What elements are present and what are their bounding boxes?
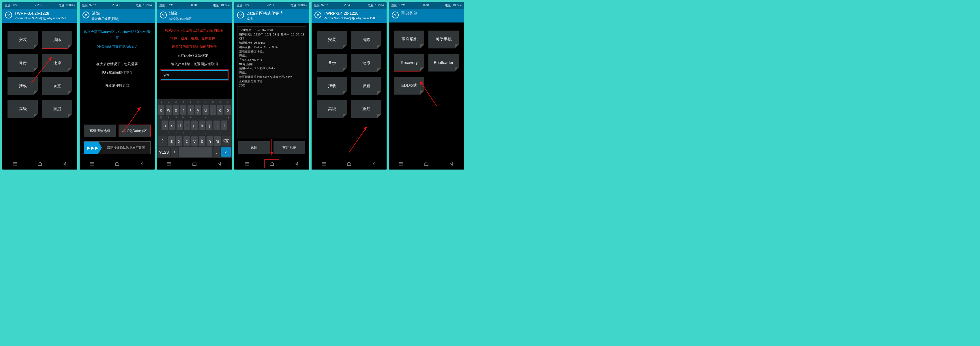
- bootloader-tile[interactable]: Bootloader: [428, 54, 459, 71]
- format-warn-3: 以及对内置存储所做的加密等: [157, 44, 232, 52]
- tile-advanced[interactable]: 高级: [317, 100, 347, 118]
- format-warn-2: 软件、图片、视频、媒体文件，: [157, 35, 232, 44]
- key-e[interactable]: e: [173, 105, 179, 115]
- tile-install[interactable]: 安装: [8, 31, 38, 49]
- wipe-info-5: 按取消按钮返回: [80, 82, 154, 90]
- reboot-system-tile[interactable]: 重启系统: [394, 30, 424, 48]
- tile-mount[interactable]: 挂载: [317, 77, 347, 95]
- tile-backup[interactable]: 备份: [317, 54, 347, 72]
- key-g[interactable]: g: [191, 121, 197, 130]
- nav-home-icon[interactable]: [342, 160, 356, 168]
- back-button[interactable]: 返回: [238, 141, 270, 154]
- key-r[interactable]: r: [180, 105, 187, 115]
- tile-backup[interactable]: 备份: [8, 54, 38, 72]
- key-k[interactable]: k: [213, 121, 220, 130]
- key-/[interactable]: /: [171, 147, 178, 157]
- tile-restore[interactable]: 还原: [42, 54, 72, 72]
- key-l[interactable]: l: [221, 121, 228, 130]
- status-bar: 温度: 37°C 20:31 电量: 100%+: [234, 2, 309, 9]
- tile-advanced[interactable]: 高级: [8, 100, 38, 118]
- nav-home-icon[interactable]: [419, 160, 434, 168]
- key-.[interactable]: .: [213, 147, 220, 157]
- reboot-system-button[interactable]: 重启系统: [274, 141, 305, 154]
- nav-back-icon[interactable]: [212, 160, 227, 168]
- tile-wipe[interactable]: 清除: [42, 31, 72, 49]
- key-?123[interactable]: ?123: [158, 147, 170, 157]
- tile-install[interactable]: 安装: [317, 31, 347, 49]
- tile-wipe[interactable]: 清除: [351, 31, 381, 49]
- poweroff-tile[interactable]: 关闭手机: [428, 30, 459, 48]
- app-title: TWRP-3.4.2b-1228: [14, 11, 65, 16]
- key-s[interactable]: s: [169, 121, 175, 130]
- twrp-header: 清除 格式化Data分区: [157, 9, 232, 23]
- key-b[interactable]: b: [199, 136, 205, 146]
- nav-back-icon[interactable]: [135, 160, 150, 168]
- key-w[interactable]: w: [165, 105, 172, 115]
- tile-settings[interactable]: 设置: [351, 77, 381, 95]
- nav-bar: [80, 158, 154, 170]
- status-time: 20:30: [35, 3, 42, 8]
- nav-recent-icon[interactable]: [85, 160, 99, 168]
- twrp-header: TWRP-3.4.2b-1228 Redmi Note 9 Pro专版 --by…: [312, 9, 387, 23]
- key-space[interactable]: [179, 147, 212, 157]
- key-✓[interactable]: ✓: [221, 147, 231, 157]
- edl-tile[interactable]: EDL模式: [394, 77, 424, 95]
- key-v[interactable]: v: [191, 136, 197, 146]
- advanced-wipe-button[interactable]: 高级清除选项: [84, 125, 116, 137]
- key-u[interactable]: u: [202, 105, 209, 115]
- nav-bar: [234, 158, 309, 170]
- slider-knob-icon[interactable]: ▶▶▶: [84, 141, 102, 154]
- key-d[interactable]: d: [177, 121, 183, 130]
- twrp-logo-icon: [160, 11, 167, 19]
- nav-recent-icon[interactable]: [162, 160, 177, 168]
- key-i[interactable]: i: [210, 105, 216, 115]
- nav-home-icon[interactable]: [110, 160, 124, 168]
- nav-recent-icon[interactable]: [239, 160, 254, 168]
- key-t[interactable]: t: [188, 105, 194, 115]
- tile-settings[interactable]: 设置: [42, 77, 72, 95]
- key-c[interactable]: c: [183, 136, 190, 146]
- key-f[interactable]: f: [184, 121, 190, 130]
- nav-back-icon[interactable]: [290, 160, 304, 168]
- confirm-slider[interactable]: ▶▶▶ 滑动按钮确认恢复出厂设置: [84, 141, 151, 154]
- tile-mount[interactable]: 挂载: [8, 77, 38, 95]
- key-n[interactable]: n: [207, 136, 213, 146]
- key-q[interactable]: q: [158, 105, 164, 115]
- nav-recent-icon[interactable]: [394, 160, 409, 168]
- status-batt: 电量: 100%+: [59, 3, 75, 8]
- nav-back-icon[interactable]: [444, 160, 459, 168]
- key-m[interactable]: m: [214, 136, 220, 146]
- key-h[interactable]: h: [199, 121, 205, 130]
- key-a[interactable]: a: [162, 121, 168, 130]
- twrp-header: 清除 恢复出厂设置(双清): [80, 9, 154, 23]
- format-data-button[interactable]: 格式化Data分区: [119, 125, 151, 137]
- nav-home-icon[interactable]: [264, 160, 279, 168]
- nav-home-icon[interactable]: [187, 160, 202, 168]
- key-o[interactable]: o: [217, 105, 224, 115]
- key-z[interactable]: z: [168, 136, 175, 146]
- page-title: Data分区格式化完毕: [247, 11, 283, 16]
- twrp-header: TWRP-3.4.2b-1228 Redmi Note 9 Pro专版 --by…: [2, 9, 77, 23]
- tile-reboot[interactable]: 重启: [351, 100, 381, 118]
- status-bar: 温度: 37°C 20:30 电量: 100%+: [389, 2, 464, 9]
- page-title: 重启菜单: [401, 11, 417, 16]
- key-j[interactable]: j: [206, 121, 213, 130]
- page-title: 清除: [92, 11, 119, 16]
- recovery-tile[interactable]: Recovery: [394, 54, 424, 71]
- tile-restore[interactable]: 还原: [351, 54, 381, 72]
- key-p[interactable]: p: [224, 105, 231, 115]
- nav-back-icon[interactable]: [58, 160, 72, 168]
- page-title: 清除: [169, 11, 192, 16]
- key-x[interactable]: x: [176, 136, 182, 146]
- nav-home-icon[interactable]: [33, 160, 47, 168]
- svg-line-6: [349, 127, 367, 152]
- yes-input[interactable]: yes: [161, 70, 228, 79]
- app-title: TWRP-3.4.2b-1228: [324, 11, 375, 16]
- nav-recent-icon[interactable]: [8, 160, 22, 168]
- nav-back-icon[interactable]: [367, 160, 381, 168]
- key-⇧[interactable]: ⇧: [158, 136, 167, 146]
- key-⌫[interactable]: ⌫: [222, 136, 231, 146]
- nav-recent-icon[interactable]: [317, 160, 331, 168]
- tile-reboot[interactable]: 重启: [42, 100, 72, 118]
- key-y[interactable]: y: [195, 105, 201, 115]
